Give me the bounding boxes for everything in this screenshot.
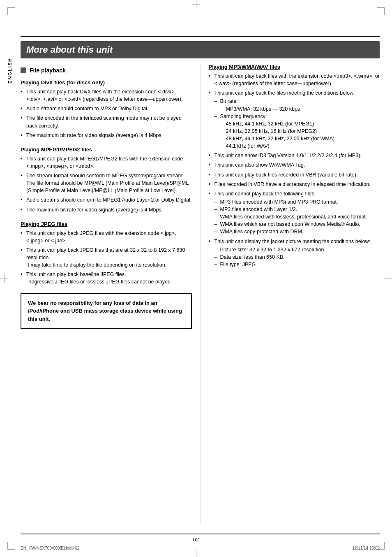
- page: ENGLISH More about this unit File playba…: [0, 0, 392, 557]
- list-item: Sampling frequency: 48 kHz, 44.1 kHz, 32…: [214, 113, 380, 150]
- bullet-list-divx: This unit can play back DivX files with …: [21, 88, 192, 139]
- language-sidebar: ENGLISH: [7, 58, 16, 84]
- list-item: This unit can play back DivX files with …: [21, 88, 192, 103]
- list-item: The maximum bit rate for video signals (…: [21, 132, 192, 139]
- list-item: WMA files which are not based upon Windo…: [214, 220, 380, 228]
- bullet-list-mp3wma: This unit can play back files with the e…: [209, 72, 380, 268]
- section-divx: Playing DivX files (for discs only) This…: [21, 79, 192, 139]
- corner-mark-bl: [7, 542, 15, 550]
- header-band: More about this unit: [21, 41, 380, 58]
- list-item: This unit can play back the files meetin…: [209, 89, 380, 150]
- list-item: This unit can display the jacket picture…: [209, 238, 380, 269]
- section-title-mpeg: Playing MPEG1/MPEG2 files: [21, 146, 192, 153]
- list-item: WMA files copy-protected with DRM.: [214, 228, 380, 235]
- section-title-mp3wma: Playing MP3/WMA/WAV files: [209, 64, 380, 70]
- footer-right: 12/11/14 13:02: [352, 546, 380, 550]
- corner-mark-tl: [7, 7, 15, 15]
- section-mp3wma: Playing MP3/WMA/WAV files This unit can …: [209, 64, 380, 268]
- notice-box: We bear no responsibility for any loss o…: [21, 293, 192, 329]
- list-item: This unit can play back files recorded i…: [209, 171, 380, 179]
- list-item: MP3/WMA: 32 kbps — 320 kbps: [226, 105, 380, 113]
- section-jpeg: Playing JPEG files This unit can play ba…: [21, 221, 192, 286]
- list-item: This unit can play back baseline JPEG fi…: [21, 271, 192, 285]
- list-item: This unit can play back files with the e…: [209, 72, 380, 87]
- list-item: Bit rate: MP3/WMA: 32 kbps — 320 kbps: [214, 97, 380, 112]
- file-playback-heading: File playback: [21, 67, 192, 74]
- list-item: This unit can play back JPEG files with …: [21, 230, 192, 244]
- list-item: Files recorded in VBR have a discrepancy…: [209, 181, 380, 188]
- sub-list: MP3 files encoded with MP3i and MP3 PRO …: [214, 198, 380, 236]
- list-item: 44.1 kHz (for WAV): [226, 142, 380, 150]
- list-item: The stream format should conform to MPEG…: [21, 172, 192, 194]
- list-item: 48 kHz, 44.1 kHz, 32 kHz (for MPEG1): [226, 120, 380, 128]
- file-playback-icon: [21, 67, 26, 73]
- list-item: WMA files encoded with lossless, profess…: [214, 213, 380, 220]
- sub-sub-list: MP3/WMA: 32 kbps — 320 kbps: [226, 105, 380, 113]
- list-item: The maximum bit rate for video signals (…: [21, 206, 192, 214]
- page-title: More about this unit: [26, 44, 374, 55]
- corner-mark-tr: [377, 7, 385, 15]
- crosshair-right: [384, 274, 392, 283]
- list-item: Data size: less than 650 KB.: [214, 253, 380, 261]
- list-item: MP3 files encoded with MP3i and MP3 PRO …: [214, 198, 380, 206]
- list-item: 24 kHz, 22.05 kHz, 16 kHz (for MPEG2): [226, 128, 380, 135]
- crosshair-top: [192, 0, 200, 8]
- list-item: This unit can also show WAV/WMA Tag.: [209, 161, 380, 169]
- content-area: File playback Playing DivX files (for di…: [21, 64, 380, 524]
- top-divider: [21, 36, 380, 37]
- section-title-jpeg: Playing JPEG files: [21, 221, 192, 227]
- right-column: Playing MP3/WMA/WAV files This unit can …: [200, 64, 380, 524]
- sub-sub-list: 48 kHz, 44.1 kHz, 32 kHz (for MPEG1) 24 …: [226, 120, 380, 150]
- list-item: This unit can show ID3 Tag Version 1.0/1…: [209, 152, 380, 159]
- list-item: Audio streams should conform to MPEG1 Au…: [21, 196, 192, 204]
- bullet-list-jpeg: This unit can play back JPEG files with …: [21, 230, 192, 286]
- sub-list: Picture size: 32 x 32 to 1 232 x 672 res…: [214, 246, 380, 268]
- section-mpeg: Playing MPEG1/MPEG2 files This unit can …: [21, 146, 192, 214]
- list-item: This unit can play back MPEG1/MPEG2 file…: [21, 155, 192, 170]
- footer-left: EN_KW-NSX700/600[E].indb 62: [21, 546, 79, 550]
- list-item: The file encoded in the interlaced scann…: [21, 114, 192, 129]
- list-item: Audio stream should conform to MP3 or Do…: [21, 105, 192, 112]
- list-item: This unit can play back JPEG files that …: [21, 246, 192, 269]
- sub-list: Bit rate: MP3/WMA: 32 kbps — 320 kbps Sa…: [214, 97, 380, 150]
- list-item: This unit cannot play back the following…: [209, 190, 380, 236]
- list-item: MP3 files encoded with Layer 1/2.: [214, 206, 380, 213]
- bullet-list-mpeg: This unit can play back MPEG1/MPEG2 file…: [21, 155, 192, 214]
- crosshair-left: [0, 274, 8, 283]
- list-item: Picture size: 32 x 32 to 1 232 x 672 res…: [214, 246, 380, 253]
- list-item: File type: JPEG: [214, 261, 380, 268]
- section-title-divx: Playing DivX files (for discs only): [21, 79, 192, 86]
- file-playback-title: File playback: [30, 67, 66, 74]
- list-item: 48 kHz, 44.1 kHz, 32 kHz, 22.05 kHz (for…: [226, 135, 380, 142]
- left-column: File playback Playing DivX files (for di…: [21, 64, 200, 524]
- crosshair-bottom: [192, 549, 200, 557]
- page-number: 62: [193, 536, 199, 543]
- bottom-divider: [21, 534, 380, 534]
